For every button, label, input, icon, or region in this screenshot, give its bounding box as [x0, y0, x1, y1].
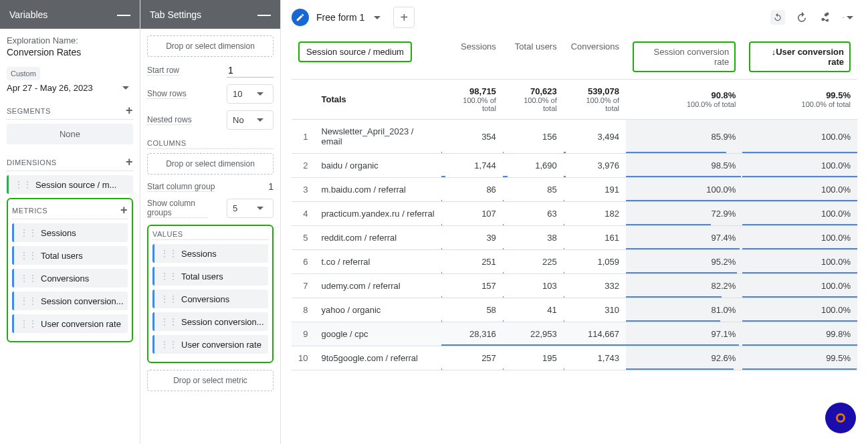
value-chip[interactable]: ⋮⋮Conversions [152, 290, 268, 308]
values-section-highlight: VALUES ⋮⋮Sessions⋮⋮Total users⋮⋮Conversi… [147, 225, 274, 363]
metric-chip[interactable]: ⋮⋮Sessions [12, 223, 128, 242]
dimension-cell: yahoo / organic [314, 298, 441, 322]
value-chip[interactable]: ⋮⋮Total users [152, 267, 268, 286]
add-dimension-button[interactable]: + [126, 155, 133, 169]
col-total-users[interactable]: Total users [503, 35, 564, 80]
segments-head: SEGMENTS [7, 107, 51, 115]
table-row[interactable]: 5reddit.com / referral393816197.4%100.0% [292, 226, 857, 250]
dimensions-head: DIMENSIONS [7, 158, 57, 166]
chevron-down-icon [847, 16, 853, 19]
metric-chip[interactable]: ⋮⋮User conversion rate [12, 314, 128, 333]
settings-header: Tab Settings — [140, 0, 280, 29]
value-chip[interactable]: ⋮⋮Session conversion... [152, 312, 268, 331]
start-row-label: Start row [147, 66, 179, 76]
drag-handle-icon[interactable]: ⋮⋮ [160, 316, 177, 327]
table-row[interactable]: 9google / cpc28,31622,953114,66797.1%99.… [292, 322, 857, 346]
dimension-cell: reddit.com / referral [314, 226, 441, 250]
dimension-cell: Newsletter_April_2023 / email [314, 120, 441, 154]
show-rows-select[interactable]: 10 [227, 84, 274, 104]
date-range-selector[interactable]: Apr 27 - May 26, 2023 [7, 83, 133, 93]
undo-button[interactable] [770, 10, 785, 25]
drag-handle-icon[interactable]: ⋮⋮ [19, 250, 37, 261]
start-col-value[interactable]: 1 [268, 181, 274, 192]
segments-none[interactable]: None [7, 124, 133, 144]
redo-button[interactable] [794, 10, 809, 25]
drag-handle-icon[interactable]: ⋮⋮ [19, 318, 37, 329]
table-row[interactable]: 7udemy.com / referral15710333282.2%100.0… [292, 274, 857, 298]
show-rows-label: Show rows [147, 89, 187, 99]
chevron-down-icon [257, 92, 263, 96]
col-session-conv-rate[interactable]: Session conversion rate [626, 35, 742, 80]
dimension-column-header[interactable]: Session source / medium [298, 41, 412, 62]
exploration-name-label: Exploration Name: [7, 35, 133, 45]
metric-chip[interactable]: ⋮⋮Conversions [12, 269, 128, 288]
drag-handle-icon[interactable]: ⋮⋮ [19, 227, 37, 238]
drag-handle-icon[interactable]: ⋮⋮ [19, 296, 37, 306]
warning-icon [843, 11, 844, 23]
add-segment-button[interactable]: + [126, 104, 133, 118]
chevron-down-icon [257, 118, 263, 122]
minimize-icon[interactable]: — [257, 7, 271, 22]
dimension-cell: udemy.com / referral [314, 274, 441, 298]
variables-header: Variables — [0, 0, 140, 29]
add-metric-button[interactable]: + [120, 203, 128, 217]
edit-technique-button[interactable] [292, 9, 309, 26]
dimension-cell: t.co / referral [314, 250, 441, 274]
chevron-down-icon [122, 86, 129, 90]
table-row[interactable]: 4practicum.yandex.ru / referral107631827… [292, 202, 857, 226]
results-table: Session source / medium Sessions Total u… [292, 35, 857, 370]
dimension-chip[interactable]: ⋮⋮ Session source / m... [7, 175, 133, 194]
metric-chip[interactable]: ⋮⋮Total users [12, 246, 128, 265]
value-chip[interactable]: ⋮⋮Sessions [152, 244, 268, 263]
table-row[interactable]: 109to5google.com / referral2571951,74392… [292, 346, 857, 370]
main-area: Free form 1 + Sessi [281, 0, 868, 444]
col-sessions[interactable]: Sessions [441, 35, 503, 80]
record-fab[interactable] [825, 403, 856, 433]
date-preset[interactable]: Custom [7, 67, 40, 80]
totals-cell: 98,715100.0% of total [441, 80, 503, 120]
show-col-select[interactable]: 5 [227, 199, 274, 218]
metric-chip[interactable]: ⋮⋮Session conversion... [12, 292, 128, 310]
rows-drop-target[interactable]: Drop or select dimension [147, 35, 274, 57]
table-row[interactable]: 1Newsletter_April_2023 / email3541563,49… [292, 120, 857, 154]
chevron-down-icon [374, 16, 381, 19]
variables-title: Variables [9, 9, 47, 20]
dimension-cell: google / cpc [314, 322, 441, 346]
dimension-cell: 9to5google.com / referral [314, 346, 441, 370]
pencil-icon [296, 13, 305, 22]
col-user-conv-rate[interactable]: ↓User conversion rate [742, 35, 857, 80]
drag-handle-icon[interactable]: ⋮⋮ [160, 339, 177, 350]
add-tab-button[interactable]: + [393, 7, 415, 28]
tab-free-form[interactable]: Free form 1 [316, 9, 387, 26]
exploration-name-value[interactable]: Conversion Rates [7, 47, 133, 58]
table-row[interactable]: 6t.co / referral2512251,05995.2%100.0% [292, 250, 857, 274]
drag-handle-icon[interactable]: ⋮⋮ [160, 271, 177, 282]
tab-settings-panel: Tab Settings — Drop or select dimension … [140, 0, 281, 444]
columns-drop-target[interactable]: Drop or select dimension [147, 153, 274, 175]
metrics-head: METRICS [12, 207, 47, 215]
drag-handle-icon[interactable]: ⋮⋮ [160, 294, 177, 304]
drag-handle-icon[interactable]: ⋮⋮ [160, 248, 177, 259]
drag-handle-icon[interactable]: ⋮⋮ [19, 273, 37, 284]
chevron-down-icon [257, 207, 263, 210]
minimize-icon[interactable]: — [117, 7, 130, 22]
col-conversions[interactable]: Conversions [564, 35, 626, 80]
values-drop-target[interactable]: Drop or select metric [147, 370, 274, 391]
share-button[interactable] [819, 10, 833, 25]
table-row[interactable]: 3m.baidu.com / referral8685191100.0%100.… [292, 178, 857, 202]
start-row-input[interactable] [227, 64, 274, 78]
totals-cell: 99.5%100.0% of total [742, 80, 857, 120]
totals-label: Totals [314, 80, 441, 120]
table-row[interactable]: 8yahoo / organic584131081.0%100.0% [292, 298, 857, 322]
start-col-label: Start column group [147, 182, 215, 192]
variables-panel: Variables — Exploration Name: Conversion… [0, 0, 140, 444]
settings-title: Tab Settings [150, 9, 201, 20]
totals-cell: 539,078100.0% of total [564, 80, 626, 120]
dimension-cell: m.baidu.com / referral [314, 178, 441, 202]
drag-handle-icon[interactable]: ⋮⋮ [14, 179, 31, 190]
sampling-warning-button[interactable] [843, 10, 857, 25]
value-chip[interactable]: ⋮⋮User conversion rate [152, 335, 268, 354]
table-row[interactable]: 2baidu / organic1,7441,6903,97698.5%100.… [292, 154, 857, 178]
show-col-label: Show column groups [147, 199, 207, 218]
nested-rows-select[interactable]: No [227, 110, 274, 130]
